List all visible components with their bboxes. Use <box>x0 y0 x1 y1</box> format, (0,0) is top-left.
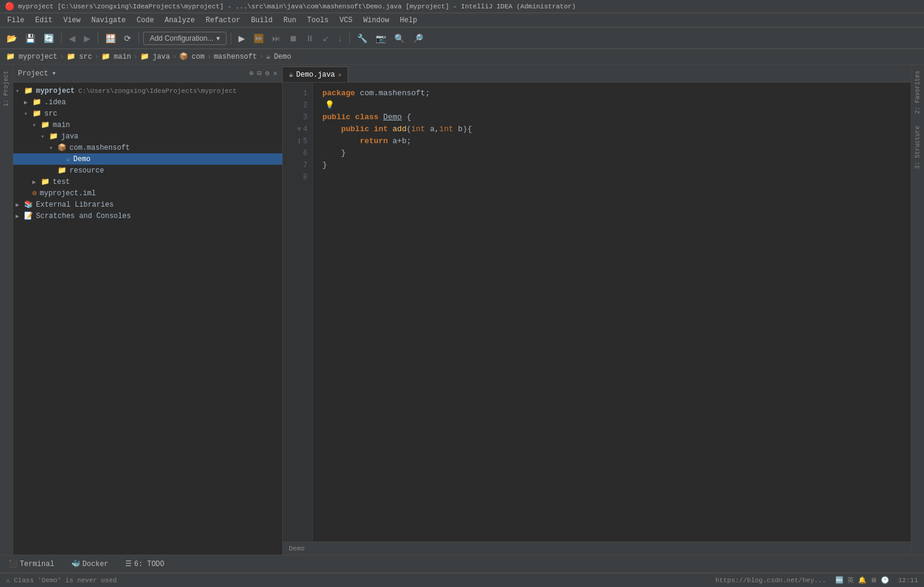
gutter-line-5: | 5 <box>283 135 307 147</box>
arrow-ext-lib: ▶ <box>16 201 24 208</box>
breadcrumb-src[interactable]: src <box>79 53 92 61</box>
add-configuration-button[interactable]: Add Configuration... ▾ <box>143 32 227 45</box>
menu-item-navigate[interactable]: Navigate <box>86 15 131 26</box>
source-icon-src: 📁 <box>32 109 41 118</box>
new-window-btn[interactable]: 🪟 <box>102 32 119 45</box>
tree-item-java[interactable]: ▾ 📁 java <box>13 131 282 142</box>
breadcrumb-demo-icon: ☕ <box>266 52 270 61</box>
tab-demo-java[interactable]: ☕ Demo.java ✕ <box>283 66 348 82</box>
scratches-icon: 📝 <box>24 211 33 220</box>
tree-item-idea[interactable]: ▶ 📁 .idea <box>13 96 282 108</box>
tree-item-main[interactable]: ▾ 📁 main <box>13 119 282 131</box>
folder-icon-test: 📁 <box>41 177 50 186</box>
tree-item-com-mashensoft[interactable]: ▾ 📦 com.mashensoft <box>13 142 282 153</box>
title-text: myproject [C:\Users\zongxing\IdeaProject… <box>18 3 576 10</box>
arrow-myproject: ▾ <box>16 87 24 95</box>
folder-icon-resource: 📁 <box>58 166 67 175</box>
menu-item-file[interactable]: File <box>2 15 29 26</box>
code-line-8 <box>322 171 901 183</box>
gutter-line-6: 6 <box>283 147 307 159</box>
tree-label-scratches: Scratches and Consoles <box>36 212 131 220</box>
breadcrumb-com[interactable]: com <box>192 53 205 61</box>
folder-icon-idea: 📁 <box>32 98 41 107</box>
menu-item-build[interactable]: Build <box>246 15 277 26</box>
back-btn[interactable]: ◀ <box>66 32 78 45</box>
tree-item-Demo[interactable]: ☕ Demo <box>13 153 282 165</box>
breadcrumb-mashensoft[interactable]: mashensoft <box>214 53 257 61</box>
menu-item-analyze[interactable]: Analyze <box>160 15 200 26</box>
tree-item-test[interactable]: ▶ 📁 test <box>13 176 282 187</box>
code-content[interactable]: package com.mashensoft; 💡 public class D… <box>313 83 911 541</box>
menu-item-window[interactable]: Window <box>358 15 394 26</box>
save-btn[interactable]: 💾 <box>22 32 38 45</box>
settings-btn[interactable]: 🔧 <box>354 32 370 45</box>
menu-item-vcs[interactable]: VCS <box>335 15 358 26</box>
fold-icon-5[interactable]: | <box>297 135 300 147</box>
panel-title-text: Project <box>18 69 48 78</box>
sync-btn[interactable]: 🔄 <box>41 32 57 45</box>
open-btn[interactable]: 📂 <box>4 32 20 45</box>
pause-btn[interactable]: ⏸ <box>303 32 317 45</box>
arrow-idea: ▶ <box>24 99 32 106</box>
tree-item-external-libraries[interactable]: ▶ 📚 External Libraries <box>13 199 282 210</box>
step-over-btn[interactable]: ↙ <box>319 32 333 45</box>
panel-close-icon[interactable]: ✕ <box>273 69 277 78</box>
tree-item-resource[interactable]: 📁 resource <box>13 165 282 176</box>
menu-item-tools[interactable]: Tools <box>303 15 334 26</box>
status-sysinfo: 🔤 英 🔔 🖥 🕐 <box>835 576 889 585</box>
arrow-scratches: ▶ <box>16 213 24 220</box>
camera-btn[interactable]: 📷 <box>373 32 389 45</box>
tree-label-test: test <box>53 178 70 186</box>
breadcrumb-java[interactable]: java <box>153 53 170 61</box>
main-layout: 1: Project Project ▾ ⊕ ⊟ ⚙ ✕ ▾ 📁 myproje… <box>0 65 924 555</box>
debug-skip-btn[interactable]: ⏭ <box>269 32 283 45</box>
breadcrumb-myproject[interactable]: myproject <box>19 53 58 61</box>
menu-item-view[interactable]: View <box>59 15 86 26</box>
menu-item-refactor[interactable]: Refactor <box>201 15 245 26</box>
stop-btn[interactable]: ⏹ <box>286 32 300 45</box>
structure-strip-label[interactable]: 3: Structure <box>913 120 923 175</box>
title-bar: 🔴 myproject [C:\Users\zongxing\IdeaProje… <box>0 0 924 13</box>
terminal-tab[interactable]: ⬛ Terminal <box>5 558 58 570</box>
run2-btn[interactable]: ⏩ <box>250 32 267 45</box>
code-editor[interactable]: 1 2 3 ▽ 4 | 5 6 <box>283 83 911 541</box>
status-time: 12:11 <box>898 577 918 584</box>
refresh-btn[interactable]: ⟳ <box>121 32 134 45</box>
tree-item-src[interactable]: ▾ 📁 src <box>13 108 282 119</box>
tree-label-ext-lib: External Libraries <box>36 201 114 209</box>
tree-item-scratches[interactable]: ▶ 📝 Scratches and Consoles <box>13 210 282 222</box>
status-right: https://blog.csdn.net/hey... 🔤 英 🔔 🖥 🕐 1… <box>715 576 918 585</box>
editor-footer: Demo <box>283 541 911 555</box>
tab-close-btn[interactable]: ✕ <box>338 71 342 78</box>
fold-icon-4[interactable]: ▽ <box>297 123 300 135</box>
status-url: https://blog.csdn.net/hey... <box>715 577 826 584</box>
panel-settings-icon[interactable]: ⚙ <box>265 69 270 78</box>
panel-collapse-icon[interactable]: ⊟ <box>257 69 261 78</box>
docker-icon: 🐳 <box>71 559 80 568</box>
docker-tab[interactable]: 🐳 Docker <box>68 558 112 570</box>
tree-item-myproject[interactable]: ▾ 📁 myproject C:\Users\zongxing\IdeaProj… <box>13 85 282 96</box>
menu-item-edit[interactable]: Edit <box>31 15 58 26</box>
java-icon-Demo: ☕ <box>66 155 70 164</box>
terminal-icon: ⬛ <box>8 559 17 568</box>
panel-dropdown-icon[interactable]: ▾ <box>52 69 56 78</box>
tree-item-iml[interactable]: ⚙ myproject.iml <box>13 187 282 199</box>
panel-locate-icon[interactable]: ⊕ <box>249 69 253 78</box>
fwd-btn[interactable]: ▶ <box>81 32 93 45</box>
menu-item-help[interactable]: Help <box>395 15 422 26</box>
menu-bar: FileEditViewNavigateCodeAnalyzeRefactorB… <box>0 13 924 28</box>
add-config-arrow: ▾ <box>216 34 220 43</box>
run-btn[interactable]: ▶ <box>235 32 248 45</box>
project-strip-label[interactable]: 1: Project <box>1 65 11 113</box>
breadcrumb-demo[interactable]: Demo <box>274 53 291 61</box>
status-warning-icon: ⚠ <box>6 577 10 584</box>
favorites-strip-label[interactable]: 2: Favorites <box>913 65 923 120</box>
step-in-btn[interactable]: ↓ <box>335 32 345 45</box>
folder-icon-main: 📁 <box>41 120 50 129</box>
menu-item-code[interactable]: Code <box>132 15 159 26</box>
breadcrumb-main[interactable]: main <box>114 53 131 61</box>
search-btn[interactable]: 🔍 <box>391 32 407 45</box>
todo-tab[interactable]: ☰ 6: TODO <box>122 558 168 570</box>
search2-btn[interactable]: 🔎 <box>410 32 426 45</box>
menu-item-run[interactable]: Run <box>279 15 301 26</box>
